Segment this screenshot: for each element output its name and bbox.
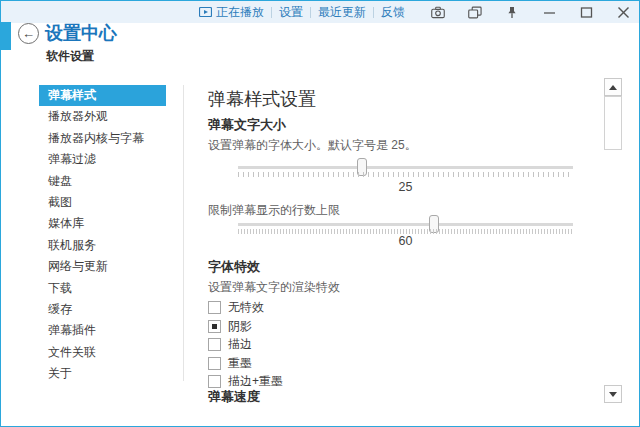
content-title: 弹幕样式设置 [208,87,316,111]
option-label: 重墨 [228,355,252,372]
sidebar-item-online-service[interactable]: 联机服务 [39,235,166,256]
checkbox-icon [208,357,221,370]
row-limit-slider-track[interactable] [238,223,573,226]
maximize-button[interactable] [579,5,593,19]
option-label: 无特效 [228,299,264,316]
menu-separator [373,7,374,18]
sidebar-item-cache[interactable]: 缓存 [39,299,166,320]
font-size-value: 25 [238,180,573,194]
option-no-effect[interactable]: 无特效 [208,301,283,314]
sidebar-item-screenshot[interactable]: 截图 [39,192,166,213]
settings-sidebar: 弹幕样式 播放器外观 播放器内核与字幕 弹幕过滤 键盘 截图 媒体库 联机服务 … [39,85,166,384]
checkbox-icon [208,320,221,333]
option-label: 描边 [228,336,252,353]
speed-section-title: 弹幕速度 [208,388,260,406]
pin-icon[interactable] [505,5,519,19]
sidebar-item-player-appearance[interactable]: 播放器外观 [39,106,166,127]
font-size-section-title: 弹幕文字大小 [208,116,286,134]
page-subtitle: 软件设置 [46,48,94,65]
sidebar-item-file-association[interactable]: 文件关联 [39,342,166,363]
screenshot-camera-icon[interactable] [431,5,445,19]
cascade-windows-icon[interactable] [468,5,482,19]
checkbox-icon [208,338,221,351]
sidebar-item-about[interactable]: 关于 [39,363,166,384]
font-size-slider-ticks [238,172,573,177]
menu-separator [271,7,272,18]
close-button[interactable] [616,5,630,19]
page-title: 设置中心 [45,21,117,45]
titlebar-menu: 正在播放 设置 最近更新 反馈 [199,4,405,21]
option-shadow[interactable]: 阴影 [208,320,283,333]
checkbox-icon [208,301,221,314]
row-limit-value: 60 [238,234,573,248]
settings-window: 正在播放 设置 最近更新 反馈 [0,0,640,427]
triangle-up-icon [609,85,617,90]
row-limit-slider [238,215,573,235]
scrollbar-thumb[interactable] [604,96,622,150]
titlebar: 正在播放 设置 最近更新 反馈 [1,1,639,23]
font-effect-description: 设置弹幕文字的渲染特效 [208,279,340,296]
font-size-slider-track[interactable] [238,166,573,169]
feedback-menu-item[interactable]: 反馈 [381,4,405,21]
window-controls [431,5,630,19]
option-label: 阴影 [228,318,252,335]
font-effect-options: 无特效 阴影 描边 重墨 描边+重墨 [208,301,283,388]
font-effect-section-title: 字体特效 [208,258,260,276]
sidebar-item-network-updates[interactable]: 网络与更新 [39,256,166,277]
scroll-up-button[interactable] [604,78,622,96]
now-playing-label: 正在播放 [216,4,264,21]
accent-bar [1,22,11,50]
sidebar-divider [183,85,184,381]
back-arrow-icon: ← [22,27,35,40]
settings-menu-item[interactable]: 设置 [279,4,303,21]
option-heavy-ink[interactable]: 重墨 [208,357,283,370]
sidebar-item-player-core-subtitles[interactable]: 播放器内核与字幕 [39,128,166,149]
recent-updates-menu-item[interactable]: 最近更新 [318,4,366,21]
font-size-slider [238,158,573,178]
sidebar-item-download[interactable]: 下载 [39,278,166,299]
now-playing-menu-item[interactable]: 正在播放 [199,4,264,21]
back-button[interactable]: ← [18,23,39,44]
menu-separator [310,7,311,18]
sidebar-item-danmaku-plugins[interactable]: 弹幕插件 [39,320,166,341]
now-playing-icon [199,6,212,18]
sidebar-item-danmaku-filter[interactable]: 弹幕过滤 [39,149,166,170]
triangle-down-icon [609,392,617,397]
option-outline[interactable]: 描边 [208,338,283,351]
sidebar-item-media-library[interactable]: 媒体库 [39,213,166,234]
sidebar-item-keyboard[interactable]: 键盘 [39,171,166,192]
sidebar-item-danmaku-style[interactable]: 弹幕样式 [39,85,166,106]
font-size-description: 设置弹幕的字体大小。默认字号是 25。 [208,137,417,154]
option-outline-heavy-ink[interactable]: 描边+重墨 [208,375,283,388]
checkbox-icon [208,375,221,388]
scroll-down-button[interactable] [604,385,622,403]
minimize-button[interactable] [542,5,556,19]
